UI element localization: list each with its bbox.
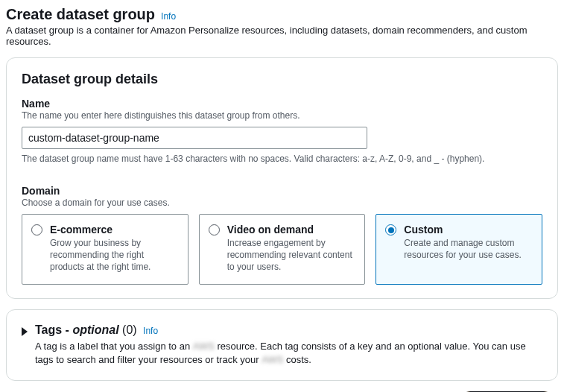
domain-option-title: Custom [404,224,533,235]
name-input[interactable] [22,127,367,149]
domain-option-desc: Increase engagement by recommending rele… [227,237,356,274]
page-title: Create dataset group [6,6,155,23]
name-label: Name [22,98,542,110]
domain-option-desc: Grow your business by recommending the r… [50,237,179,274]
name-field: Name The name you enter here distinguish… [22,98,542,164]
name-hint: The name you enter here distinguishes th… [22,110,542,121]
tags-description: A tag is a label that you assign to an A… [35,340,542,367]
tags-title: Tags - optional (0) Info [35,323,542,337]
domain-hint: Choose a domain for your use cases. [22,197,542,208]
tags-info-link[interactable]: Info [143,326,158,336]
domain-option-title: E-commerce [50,224,179,235]
radio-icon [31,224,42,235]
info-link[interactable]: Info [161,11,176,22]
name-constraint: The dataset group name must have 1-63 ch… [22,154,542,164]
page-subtitle: A dataset group is a container for Amazo… [6,25,558,47]
domain-option-ecommerce[interactable]: E-commerce Grow your business by recomme… [22,214,188,285]
domain-option-title: Video on demand [227,224,356,235]
caret-right-icon[interactable] [22,327,28,336]
domain-option-desc: Create and manage custom resources for y… [404,237,533,261]
domain-option-custom[interactable]: Custom Create and manage custom resource… [376,214,542,285]
redacted-text: AWS [262,353,283,367]
details-panel: Dataset group details Name The name you … [6,57,558,299]
details-panel-title: Dataset group details [22,72,542,87]
domain-field: Domain Choose a domain for your use case… [22,185,542,285]
domain-option-vod[interactable]: Video on demand Increase engagement by r… [199,214,366,285]
redacted-text: AWS [193,340,215,353]
domain-label: Domain [22,185,542,197]
radio-icon [385,224,396,235]
tags-panel: Tags - optional (0) Info A tag is a labe… [6,309,558,381]
radio-icon [209,224,220,235]
